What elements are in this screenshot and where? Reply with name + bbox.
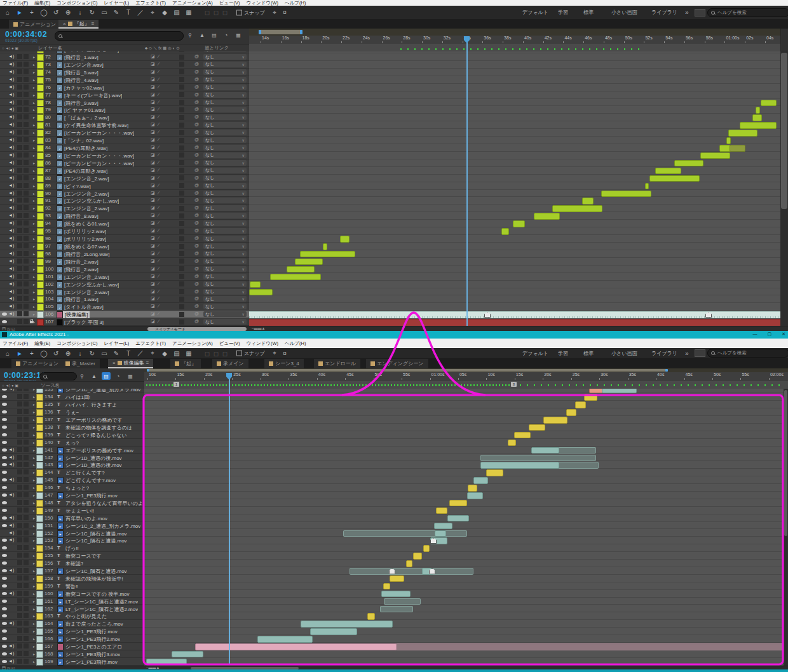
speaker-icon[interactable]: ◄)	[8, 54, 14, 58]
layer-row[interactable]: ▸134Tハイは1回!	[0, 393, 144, 401]
tool-14-icon[interactable]: ▤	[172, 6, 182, 19]
timeline-row[interactable]	[249, 190, 780, 198]
layer-color-swatch[interactable]	[36, 447, 43, 454]
eye-icon[interactable]	[2, 539, 7, 542]
solo-switch[interactable]	[24, 583, 29, 588]
layer-row[interactable]: ◄)▸104♪[飛行音_1.wav]◪∕@なし∨	[0, 295, 249, 303]
solo-switch[interactable]	[24, 651, 29, 656]
layer-row[interactable]: ▸162▸LT_シーン1C_隕石と遭遇2.mov	[0, 605, 144, 613]
speaker-icon[interactable]: ◄)	[8, 492, 14, 497]
menu-bar[interactable]: ファイル(F)編集(E)コンポジション(C)レイヤー(L)エフェクト(T)アニメ…	[0, 339, 788, 348]
tool-9-icon[interactable]: ✎	[111, 348, 121, 358]
menu-編集(E)[interactable]: 編集(E)	[34, 340, 50, 347]
layer-name[interactable]: やっと街が見えた	[65, 613, 107, 620]
shy-switch[interactable]	[17, 175, 22, 180]
shy-switch[interactable]	[17, 530, 22, 535]
layer-row[interactable]: ◄)▸84♪[PE4の耳動き.wav]◪∕@なし∨	[0, 144, 249, 152]
clip-bar[interactable]	[558, 462, 599, 469]
clip-bar[interactable]	[589, 389, 603, 393]
fx-switch[interactable]: ∕	[158, 266, 159, 271]
panel-menu-icon[interactable]: ≡	[146, 360, 149, 366]
solo-switch[interactable]	[24, 553, 29, 558]
solo-switch[interactable]	[24, 145, 29, 150]
tool-10-icon[interactable]: T	[123, 6, 133, 19]
eye-icon[interactable]	[2, 441, 7, 444]
layer-name[interactable]: [「ンナ」02.wav]	[64, 137, 104, 144]
speaker-icon[interactable]: ◄)	[8, 243, 14, 248]
parent-select[interactable]: なし∨	[203, 251, 247, 257]
layer-name[interactable]: 未確認?	[65, 560, 83, 567]
solo-switch[interactable]	[24, 319, 29, 324]
timeline-row[interactable]	[144, 469, 788, 476]
parent-select[interactable]: なし∨	[203, 198, 247, 203]
solo-switch[interactable]	[24, 168, 29, 173]
layer-name[interactable]: [飛行音_2.wav]	[64, 259, 98, 265]
layer-color-swatch[interactable]	[37, 160, 44, 167]
expand-arrow[interactable]: ▸	[33, 304, 35, 309]
layer-row[interactable]: ◄)▸92♪[エンジン音_2.wav]◪∕@なし∨	[0, 205, 249, 212]
parent-select[interactable]: なし∨	[203, 274, 247, 279]
layer-name[interactable]: [ピーカンピーカン・・・.wav]	[64, 152, 134, 159]
parent-select[interactable]: なし∨	[203, 152, 247, 158]
expand-arrow[interactable]: ▸	[33, 130, 35, 135]
eye-icon[interactable]	[2, 501, 7, 504]
timeline-row[interactable]	[249, 182, 780, 190]
tool-7-icon[interactable]: ↻	[87, 348, 97, 358]
layer-color-swatch[interactable]	[37, 168, 44, 175]
workspace-デフォルト[interactable]: デフォルト	[522, 6, 548, 19]
layer-color-swatch[interactable]	[36, 591, 43, 598]
window-button[interactable]: —	[753, 332, 757, 337]
layer-row[interactable]: ▸149Tせぇぇーい!!	[0, 507, 144, 514]
speaker-icon[interactable]: ◄)	[8, 69, 14, 74]
solo-switch[interactable]	[24, 69, 29, 74]
parent-select[interactable]: なし∨	[203, 77, 247, 83]
solo-switch[interactable]	[24, 92, 29, 97]
shy-switch[interactable]	[17, 304, 22, 309]
solo-switch[interactable]	[24, 440, 29, 445]
motion-blur-switch[interactable]	[179, 289, 184, 294]
menu-ビュー(V)[interactable]: ビュー(V)	[219, 340, 240, 347]
quality-switch[interactable]: ◪	[151, 228, 155, 233]
layer-name[interactable]: [エンジン音_2.wav]	[64, 191, 109, 198]
shy-switch[interactable]	[17, 477, 22, 482]
tab-承メイン[interactable]: 承メイン	[212, 359, 248, 368]
motion-blur-switch[interactable]	[179, 160, 184, 165]
speaker-icon[interactable]: ◄)	[8, 160, 14, 165]
parent-select[interactable]: なし∨	[203, 69, 247, 75]
motion-blur-switch[interactable]	[179, 236, 184, 241]
layer-color-swatch[interactable]	[37, 311, 44, 318]
timeline-row[interactable]	[144, 401, 788, 408]
tool-14-icon[interactable]: ▤	[172, 348, 182, 358]
eye-icon[interactable]	[2, 660, 7, 663]
layer-name[interactable]: LT_シーン1C_隕石と遭遇2.mov	[65, 598, 138, 605]
eye-icon[interactable]	[2, 554, 7, 557]
layer-name[interactable]: [飛行音_1.wav]	[64, 54, 98, 61]
layer-name[interactable]: [「ばぁぁ~」2.wav]	[64, 114, 109, 121]
eye-icon[interactable]	[2, 320, 7, 323]
clip-bar[interactable]	[534, 213, 560, 220]
clip-bar[interactable]	[531, 447, 559, 454]
fx-switch[interactable]: ∕	[158, 296, 159, 300]
expand-arrow[interactable]: ▸	[33, 394, 35, 399]
fx-switch[interactable]: ∕	[158, 137, 159, 142]
quality-switch[interactable]: ◪	[151, 62, 155, 67]
clip-bar[interactable]	[270, 274, 321, 281]
layer-name[interactable]: シーン1D_遭遇の後.mov	[65, 462, 122, 469]
layer-name[interactable]: [エンジン空ふかし.wav]	[64, 281, 119, 288]
expand-arrow[interactable]: ▸	[33, 493, 35, 497]
workspace-標準[interactable]: 標準	[583, 6, 594, 19]
clip-bar[interactable]	[756, 107, 760, 114]
quality-switch[interactable]: ◪	[151, 92, 155, 97]
layer-color-swatch[interactable]	[37, 274, 44, 281]
layer-color-swatch[interactable]	[37, 137, 44, 144]
solo-switch[interactable]	[24, 492, 29, 497]
motion-blur-switch[interactable]	[179, 221, 184, 226]
expand-arrow[interactable]: ▸	[33, 290, 35, 294]
layer-name[interactable]: シーン1C_隕石と遭遇.mov	[65, 530, 127, 537]
quality-switch[interactable]: ◪	[151, 69, 155, 74]
solo-switch[interactable]	[24, 130, 29, 135]
layer-name[interactable]: うぇ~	[65, 409, 79, 416]
layer-color-swatch[interactable]	[37, 296, 44, 303]
eye-icon[interactable]	[2, 448, 7, 452]
work-area-start-handle[interactable]	[259, 30, 261, 34]
